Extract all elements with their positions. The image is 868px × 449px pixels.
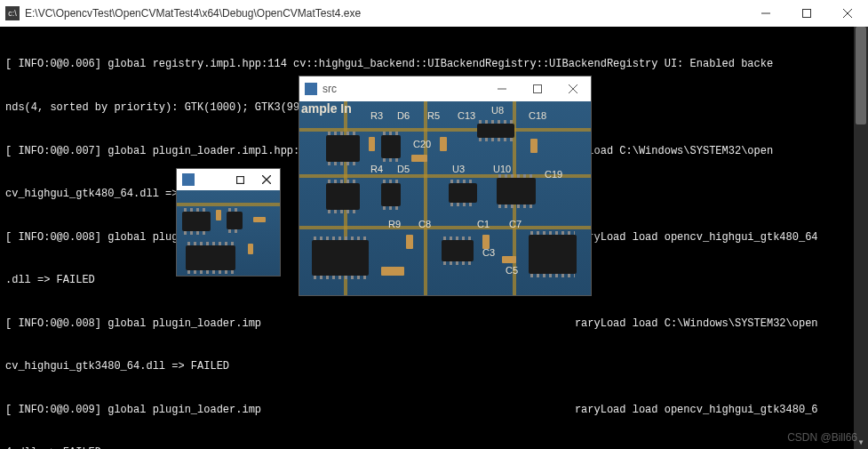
svg-line-9 bbox=[262, 175, 271, 184]
log-line: 4.dll => FAILED bbox=[5, 445, 863, 449]
scrollbar[interactable]: ▴ ▾ bbox=[854, 27, 868, 449]
svg-line-10 bbox=[262, 175, 271, 184]
svg-rect-8 bbox=[236, 176, 243, 183]
minimize-button[interactable] bbox=[484, 76, 520, 101]
svg-line-7 bbox=[569, 84, 577, 93]
window-controls bbox=[745, 0, 868, 27]
roi-window-controls bbox=[227, 169, 280, 190]
log-line: [ INFO:0@0.008] global plugin_loader.imp… bbox=[5, 317, 863, 331]
app-icon: c:\ bbox=[5, 6, 20, 20]
maximize-button[interactable] bbox=[227, 169, 253, 190]
src-window-controls bbox=[484, 76, 591, 101]
silk-label: C3 bbox=[482, 247, 495, 258]
src-window[interactable]: src bbox=[299, 76, 592, 296]
silk-label: R3 bbox=[370, 110, 383, 121]
log-line: [ INFO:0@0.009] global plugin_loader.imp… bbox=[5, 403, 863, 417]
src-window-title: src bbox=[323, 83, 484, 95]
silk-label: C5 bbox=[506, 265, 518, 276]
close-button[interactable] bbox=[555, 76, 591, 101]
close-button[interactable] bbox=[253, 169, 280, 190]
silk-label: C1 bbox=[477, 219, 490, 229]
roi-window[interactable] bbox=[176, 168, 281, 277]
svg-rect-1 bbox=[803, 10, 811, 18]
silk-label: C7 bbox=[509, 219, 522, 229]
log-line: [ INFO:0@0.006] global registry.impl.hpp… bbox=[5, 57, 863, 71]
svg-rect-5 bbox=[534, 85, 542, 93]
silk-label: C18 bbox=[529, 110, 546, 121]
window-icon bbox=[182, 173, 195, 186]
silk-label: R5 bbox=[427, 110, 440, 121]
roi-image bbox=[177, 190, 280, 276]
watermark: CSDN @Bill66 bbox=[787, 431, 857, 444]
silk-label: C19 bbox=[545, 169, 562, 180]
silk-label: D6 bbox=[397, 110, 410, 121]
silk-label: R4 bbox=[370, 164, 383, 174]
silk-label: U3 bbox=[452, 164, 465, 174]
silk-label: R9 bbox=[388, 219, 401, 229]
roi-titlebar[interactable] bbox=[177, 169, 280, 190]
svg-line-3 bbox=[843, 9, 852, 18]
silk-label: U10 bbox=[493, 164, 511, 174]
maximize-button[interactable] bbox=[786, 0, 827, 27]
src-image: ample In R3 D6 R5 C13 U8 C18 C20 R4 D5 U… bbox=[299, 101, 591, 295]
src-titlebar[interactable]: src bbox=[299, 76, 591, 101]
scrollbar-thumb[interactable] bbox=[856, 27, 866, 124]
silk-label: C8 bbox=[418, 219, 431, 229]
silk-label: ample In bbox=[301, 101, 352, 116]
svg-line-6 bbox=[569, 84, 577, 93]
silk-label: U8 bbox=[491, 105, 504, 116]
svg-line-2 bbox=[843, 9, 852, 18]
silk-label: C13 bbox=[458, 110, 475, 121]
close-button[interactable] bbox=[827, 0, 868, 27]
console-title: E:\VC\OpencvTest\OpenCVMatTest4\x64\Debu… bbox=[25, 7, 745, 20]
silk-label: D5 bbox=[397, 164, 410, 174]
window-icon bbox=[305, 83, 317, 95]
minimize-button[interactable] bbox=[745, 0, 786, 27]
maximize-button[interactable] bbox=[520, 76, 555, 101]
log-line: cv_highgui_gtk3480_64.dll => FAILED bbox=[5, 359, 863, 373]
silk-label: C20 bbox=[413, 139, 431, 149]
console-titlebar[interactable]: c:\ E:\VC\OpencvTest\OpenCVMatTest4\x64\… bbox=[0, 0, 868, 27]
